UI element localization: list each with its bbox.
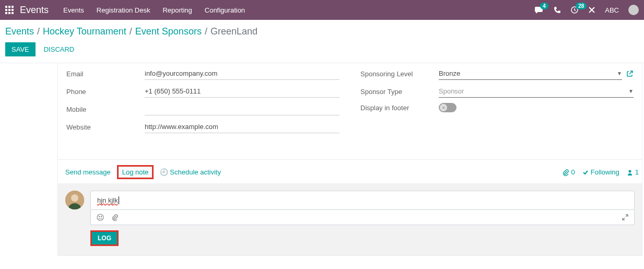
schedule-activity-tab[interactable]: 🕘Schedule activity: [156, 166, 225, 178]
attachments-button[interactable]: 0: [562, 168, 575, 176]
chevron-down-icon: ▼: [628, 88, 634, 94]
nav-configuration[interactable]: Configuration: [205, 6, 245, 14]
compose-toolbar: [90, 210, 635, 225]
user-avatar: [65, 191, 84, 209]
breadcrumb: Events / Hockey Tournament / Event Spons…: [0, 20, 644, 38]
svg-point-7: [101, 216, 101, 217]
clock-icon: 🕘: [160, 168, 168, 176]
topbar: Events Events Registration Desk Reportin…: [0, 0, 644, 20]
website-label: Website: [66, 123, 145, 131]
form-sheet: Email Phone Mobile Website Sponsoring Le…: [57, 63, 642, 160]
compose-area: hjn kjlk LOG: [58, 183, 642, 255]
breadcrumb-current: GreenLand: [210, 26, 257, 37]
log-button[interactable]: LOG: [90, 230, 119, 246]
discard-button[interactable]: DISCARD: [44, 45, 75, 53]
svg-point-3: [71, 194, 78, 202]
log-note-tab[interactable]: Log note: [117, 165, 154, 179]
email-label: Email: [66, 70, 145, 78]
breadcrumb-events[interactable]: Events: [5, 26, 34, 37]
breadcrumb-hockey-tournament[interactable]: Hockey Tournament: [43, 26, 126, 37]
user-avatar[interactable]: [628, 5, 639, 15]
display-footer-toggle[interactable]: ✕: [439, 103, 456, 112]
chatter: Send message Log note 🕘Schedule activity…: [57, 160, 642, 256]
breadcrumb-event-sponsors[interactable]: Event Sponsors: [135, 26, 202, 37]
nav-registration-desk[interactable]: Registration Desk: [97, 6, 150, 14]
svg-point-6: [99, 216, 99, 217]
email-field[interactable]: [145, 67, 339, 80]
followers-button[interactable]: 1: [627, 168, 639, 176]
website-field[interactable]: [145, 121, 339, 133]
action-bar: SAVE DISCARD: [0, 38, 644, 63]
following-button[interactable]: Following: [582, 168, 619, 176]
send-message-tab[interactable]: Send message: [61, 166, 115, 178]
external-link-icon[interactable]: [626, 70, 634, 77]
mobile-label: Mobile: [66, 106, 145, 113]
apps-icon[interactable]: [5, 6, 14, 14]
nav-reporting[interactable]: Reporting: [162, 6, 192, 14]
phone-label: Phone: [66, 88, 145, 96]
toggle-knob: ✕: [440, 104, 447, 111]
sponsor-type-placeholder: Sponsor: [439, 87, 464, 95]
chat-badge: 4: [540, 3, 548, 9]
chevron-down-icon: ▼: [617, 71, 622, 76]
activity-icon[interactable]: 28: [570, 6, 579, 14]
app-title: Events: [20, 5, 49, 16]
phone-field[interactable]: [145, 85, 339, 98]
compose-text: hjn kjlk: [97, 196, 118, 204]
svg-point-5: [97, 214, 103, 220]
sponsor-type-select[interactable]: Sponsor ▼: [439, 85, 634, 98]
display-footer-label: Display in footer: [360, 104, 439, 112]
nav-events[interactable]: Events: [63, 6, 84, 14]
sponsoring-level-select[interactable]: Bronze ▼: [439, 67, 622, 80]
save-button[interactable]: SAVE: [5, 42, 36, 56]
user-name[interactable]: ABC: [605, 6, 619, 14]
follower-count: 1: [635, 168, 639, 176]
expand-icon[interactable]: [622, 214, 629, 221]
compose-input[interactable]: hjn kjlk: [90, 191, 635, 210]
close-icon[interactable]: [588, 6, 595, 14]
activity-badge: 28: [576, 3, 587, 9]
phone-icon[interactable]: [554, 6, 561, 14]
mobile-field[interactable]: [145, 103, 339, 115]
attach-icon[interactable]: [111, 213, 119, 221]
emoji-icon[interactable]: [96, 213, 104, 221]
chat-icon[interactable]: 4: [535, 6, 544, 14]
sponsoring-level-label: Sponsoring Level: [360, 70, 439, 78]
attachment-count: 0: [571, 168, 575, 176]
svg-point-1: [628, 170, 631, 172]
sponsoring-level-value: Bronze: [439, 69, 460, 77]
sponsor-type-label: Sponsor Type: [360, 88, 439, 96]
